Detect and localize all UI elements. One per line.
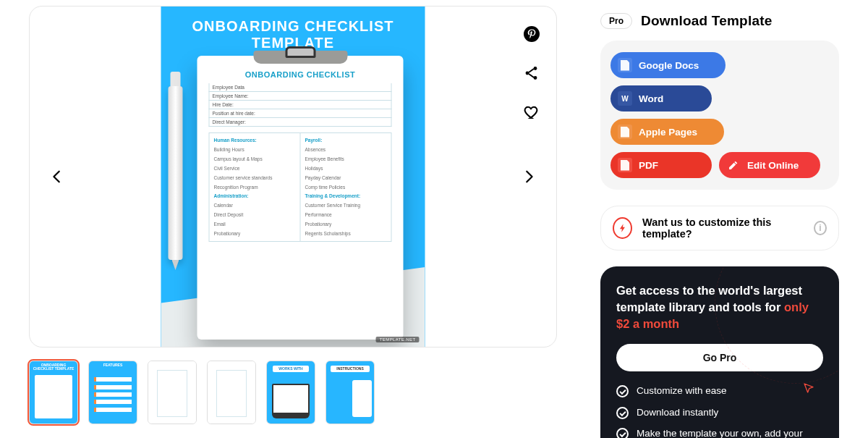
customize-card[interactable]: Want us to customize this template? i xyxy=(600,206,839,250)
pro-upsell-card: Get access to the world's largest templa… xyxy=(600,266,839,438)
clipboard-graphic: ONBOARDING CHECKLIST Employee Data Emplo… xyxy=(197,56,404,340)
next-button[interactable] xyxy=(514,162,543,191)
brand-watermark: TEMPLATE.NET xyxy=(376,337,420,342)
preview-card: ONBOARDING CHECKLIST TEMPLATE ONBOARDING… xyxy=(29,6,557,348)
pdf-icon xyxy=(618,158,632,172)
favorite-button[interactable] xyxy=(522,102,542,122)
pinterest-icon xyxy=(523,25,540,43)
go-pro-button[interactable]: Go Pro xyxy=(616,344,823,371)
thumbnail-5[interactable]: WORKS WITH xyxy=(266,361,315,424)
download-icon xyxy=(705,59,715,71)
thumbnail-6[interactable]: INSTRUCTIONS xyxy=(326,361,375,424)
download-word-button[interactable]: W Word xyxy=(610,85,712,111)
chevron-right-icon xyxy=(521,169,537,185)
cursor-icon xyxy=(803,382,814,397)
bolt-icon xyxy=(613,217,632,239)
pen-graphic xyxy=(169,86,183,260)
download-apple-pages-button[interactable]: Apple Pages xyxy=(610,119,724,145)
share-button[interactable] xyxy=(522,63,542,83)
svg-point-2 xyxy=(534,67,537,70)
emp-row: Position at hire date: xyxy=(209,109,392,118)
emp-row: Hire Date: xyxy=(209,101,392,109)
emp-row: Direct Manager: xyxy=(209,118,392,127)
btn-label: Word xyxy=(639,93,663,104)
btn-label: Apple Pages xyxy=(639,127,697,138)
download-options-card: Google Docs W Word Apple Pages PDF xyxy=(600,41,839,190)
download-icon xyxy=(704,126,714,138)
share-icon xyxy=(523,64,540,82)
download-pdf-button[interactable]: PDF xyxy=(610,152,712,178)
thumbnail-3[interactable] xyxy=(148,361,197,424)
info-icon: i xyxy=(814,221,827,235)
pro-feature: Customize with ease xyxy=(616,384,823,397)
heart-icon xyxy=(523,104,540,121)
apple-pages-icon xyxy=(618,125,632,139)
download-google-docs-button[interactable]: Google Docs xyxy=(610,52,726,78)
chevron-left-icon xyxy=(49,169,65,185)
thumbnail-1[interactable]: ONBOARDING CHECKLIST TEMPLATE xyxy=(29,361,78,424)
check-icon xyxy=(616,385,629,397)
pro-badge: Pro xyxy=(600,13,632,29)
btn-label: PDF xyxy=(639,160,658,171)
download-icon xyxy=(692,93,702,104)
check-icon xyxy=(616,407,629,419)
thumbnail-2[interactable]: FEATURES xyxy=(88,361,137,424)
google-docs-icon xyxy=(618,58,632,72)
customize-text: Want us to customize this template? xyxy=(642,216,804,240)
word-icon: W xyxy=(618,91,632,106)
edit-online-button[interactable]: Edit Online xyxy=(719,152,820,178)
emp-row: Employee Name: xyxy=(209,92,392,101)
btn-label: Edit Online xyxy=(747,160,799,171)
download-icon xyxy=(692,159,702,171)
template-slide: ONBOARDING CHECKLIST TEMPLATE ONBOARDING… xyxy=(161,7,425,347)
thumbnail-4[interactable] xyxy=(207,361,256,424)
svg-point-3 xyxy=(534,76,537,80)
pencil-icon xyxy=(726,158,741,172)
pro-headline: Get access to the world's largest templa… xyxy=(616,282,823,332)
pinterest-button[interactable] xyxy=(522,24,542,44)
check-icon xyxy=(616,428,629,438)
prev-button[interactable] xyxy=(43,162,72,191)
thumbnail-strip: ONBOARDING CHECKLIST TEMPLATE FEATURES W… xyxy=(29,361,557,424)
emp-row: Employee Data xyxy=(209,83,392,92)
btn-label: Google Docs xyxy=(639,60,699,71)
pro-feature: Download instantly xyxy=(616,406,823,419)
page-title: Download Template xyxy=(641,13,772,29)
pro-feature: Make the template your own, add your bra… xyxy=(616,427,823,438)
doc-title: ONBOARDING CHECKLIST xyxy=(209,70,392,79)
